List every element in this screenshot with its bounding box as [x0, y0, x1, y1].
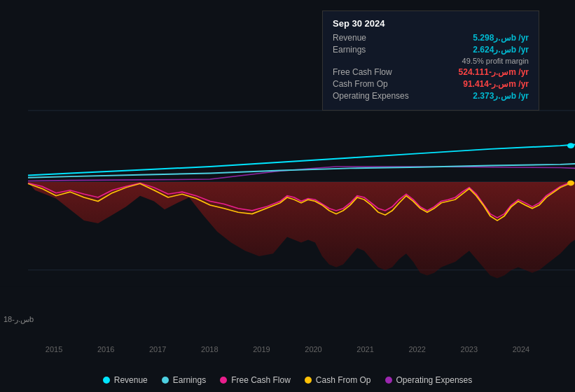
legend-revenue-label: Revenue	[114, 375, 148, 385]
fcf-value: س.ر-524.111m /yr	[459, 67, 529, 77]
opex-label: Operating Expenses	[333, 91, 424, 101]
x-label-2023: 2023	[461, 345, 478, 354]
tooltip-date: Sep 30 2024	[333, 18, 529, 29]
x-label-2020: 2020	[305, 345, 321, 354]
x-label-2019: 2019	[253, 345, 270, 354]
opex-value: س.ر2.373b /yr	[473, 91, 529, 101]
cash-from-op-row: Cash From Op س.ر-91.414m /yr	[333, 79, 529, 89]
chart-svg	[0, 105, 575, 336]
legend-cash-from-op[interactable]: Cash From Op	[305, 375, 371, 385]
svg-point-4	[567, 143, 574, 148]
x-label-2022: 2022	[408, 345, 425, 354]
legend-earnings-dot	[162, 377, 169, 384]
cash-from-op-value: س.ر-91.414m /yr	[463, 79, 529, 89]
legend-opex-dot	[385, 377, 392, 384]
cash-from-op-label: Cash From Op	[333, 79, 424, 89]
legend-fcf-dot	[220, 377, 227, 384]
profit-margin-row: 49.5% profit margin	[333, 57, 529, 65]
legend-cash-from-op-dot	[305, 377, 312, 384]
earnings-value: س.ر2.624b /yr	[473, 45, 529, 55]
svg-point-5	[567, 181, 574, 186]
info-tooltip: Sep 30 2024 Revenue س.ر5.298b /yr Earnin…	[322, 10, 539, 111]
legend-revenue[interactable]: Revenue	[103, 375, 148, 385]
x-label-2016: 2016	[97, 345, 114, 354]
legend-fcf-label: Free Cash Flow	[231, 375, 291, 385]
fcf-row: Free Cash Flow س.ر-524.111m /yr	[333, 67, 529, 77]
revenue-value: س.ر5.298b /yr	[473, 33, 529, 43]
x-axis: 2015 2016 2017 2018 2019 2020 2021 2022 …	[0, 345, 575, 354]
x-label-2017: 2017	[149, 345, 166, 354]
legend-earnings[interactable]: Earnings	[162, 375, 206, 385]
legend-fcf[interactable]: Free Cash Flow	[220, 375, 291, 385]
x-label-2018: 2018	[201, 345, 218, 354]
legend-opex-label: Operating Expenses	[396, 375, 473, 385]
chart-legend: Revenue Earnings Free Cash Flow Cash Fro…	[0, 375, 575, 385]
earnings-row: Earnings س.ر2.624b /yr	[333, 45, 529, 55]
legend-opex[interactable]: Operating Expenses	[385, 375, 473, 385]
profit-margin-value: 49.5% profit margin	[462, 57, 529, 65]
opex-row: Operating Expenses س.ر2.373b /yr	[333, 91, 529, 101]
fcf-label: Free Cash Flow	[333, 67, 424, 77]
legend-cash-from-op-label: Cash From Op	[316, 375, 371, 385]
legend-revenue-dot	[103, 377, 110, 384]
x-label-2021: 2021	[356, 345, 373, 354]
earnings-label: Earnings	[333, 45, 424, 55]
revenue-label: Revenue	[333, 33, 424, 43]
x-label-2024: 2024	[513, 345, 529, 354]
x-label-2015: 2015	[46, 345, 62, 354]
legend-earnings-label: Earnings	[173, 375, 206, 385]
revenue-row: Revenue س.ر5.298b /yr	[333, 33, 529, 43]
